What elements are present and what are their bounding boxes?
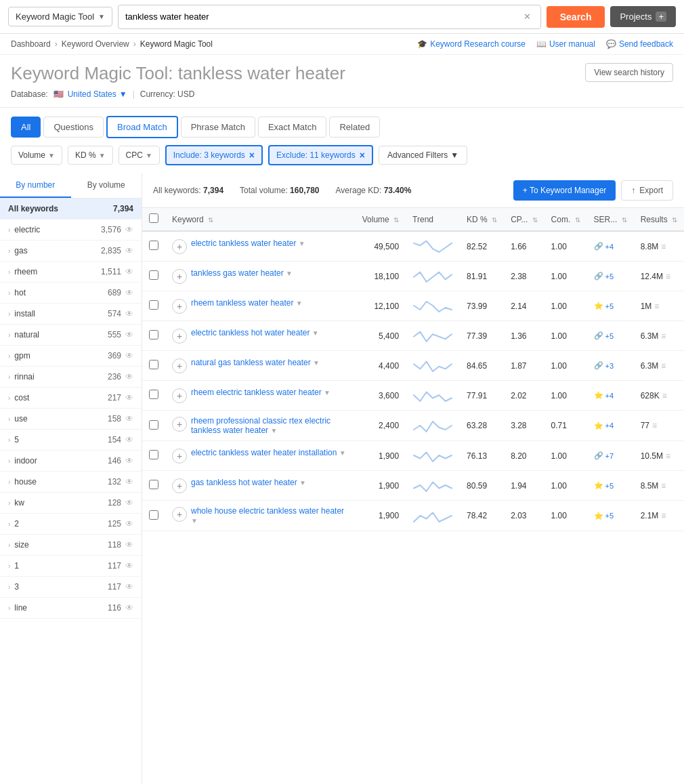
tab-all[interactable]: All [11,117,41,138]
row-checkbox[interactable] [149,480,158,489]
sidebar-item[interactable]: › rinnai 236 👁 [0,367,142,388]
eye-icon[interactable]: 👁 [125,225,133,234]
results-detail-icon[interactable]: ≡ [661,481,666,491]
cpc-sort-icon[interactable]: ⇅ [532,216,538,224]
tab-phrase-match[interactable]: Phrase Match [181,117,255,138]
keyword-link[interactable]: electric tankless hot water heater [191,328,309,337]
eye-icon[interactable]: 👁 [125,498,133,508]
ser-sort-icon[interactable]: ⇅ [622,216,627,224]
row-checkbox[interactable] [149,360,158,369]
export-button[interactable]: ↑ Export [621,180,673,201]
kd-sort-icon[interactable]: ⇅ [492,216,497,224]
keyword-research-course-link[interactable]: 🎓 Keyword Research course [417,39,526,49]
row-checkbox[interactable] [149,241,158,250]
results-detail-icon[interactable]: ≡ [666,272,670,281]
add-keyword-button[interactable]: + [172,478,187,493]
sidebar-item[interactable]: › hot 689 👁 [0,283,142,304]
search-input[interactable] [125,12,523,22]
add-keyword-button[interactable]: + [172,507,187,522]
add-keyword-button[interactable]: + [172,417,187,432]
sidebar-item[interactable]: › 5 154 👁 [0,430,142,451]
keyword-dropdown-icon[interactable]: ▼ [324,389,330,396]
keyword-dropdown-icon[interactable]: ▼ [270,427,277,434]
keyword-link[interactable]: whole house electric tankless water heat… [191,506,344,516]
eye-icon[interactable]: 👁 [125,288,133,297]
search-button[interactable]: Search [547,6,605,28]
add-keyword-button[interactable]: + [172,449,187,463]
eye-icon[interactable]: 👁 [125,351,133,360]
sidebar-item[interactable]: › 1 117 👁 [0,556,142,577]
tab-related[interactable]: Related [329,117,380,138]
keyword-link[interactable]: rheem professional classic rtex electric… [191,416,330,435]
add-keyword-button[interactable]: + [172,388,187,403]
clear-icon[interactable]: ✕ [523,12,531,22]
view-search-history-button[interactable]: View search history [585,63,673,82]
keyword-link[interactable]: natural gas tankless water heater [191,358,311,367]
sidebar-item[interactable]: › use 158 👁 [0,409,142,430]
database-country-link[interactable]: 🇺🇸 United States ▼ [54,89,127,99]
row-checkbox[interactable] [149,330,158,339]
add-keyword-button[interactable]: + [172,239,187,254]
eye-icon[interactable]: 👁 [125,414,133,424]
row-checkbox[interactable] [149,450,158,459]
com-sort-icon[interactable]: ⇅ [575,216,580,224]
keyword-dropdown-icon[interactable]: ▼ [313,359,320,367]
sidebar-tab-by-volume[interactable]: By volume [71,173,142,198]
include-keywords-tag[interactable]: Include: 3 keywords × [165,145,263,165]
results-detail-icon[interactable]: ≡ [662,391,667,400]
results-detail-icon[interactable]: ≡ [661,242,666,251]
eye-icon[interactable]: 👁 [125,519,133,529]
row-checkbox[interactable] [149,300,158,310]
eye-icon[interactable]: 👁 [125,267,133,276]
row-checkbox[interactable] [149,420,158,430]
row-checkbox[interactable] [149,270,158,280]
volume-sort-icon[interactable]: ⇅ [393,216,399,224]
sidebar-item[interactable]: › gpm 369 👁 [0,346,142,367]
row-checkbox[interactable] [149,510,158,520]
keyword-dropdown-icon[interactable]: ▼ [286,270,293,277]
add-to-keyword-manager-button[interactable]: + To Keyword Manager [513,180,616,201]
keyword-sort-icon[interactable]: ⇅ [208,216,213,224]
sidebar-item[interactable]: › natural 555 👁 [0,325,142,346]
breadcrumb-dashboard[interactable]: Dashboard [11,39,51,49]
eye-icon[interactable]: 👁 [125,603,133,613]
keyword-dropdown-icon[interactable]: ▼ [299,240,305,247]
keyword-link[interactable]: electric tankless water heater [191,239,296,248]
exclude-keywords-tag[interactable]: Exclude: 11 keywords × [268,145,373,165]
sidebar-item[interactable]: › cost 217 👁 [0,388,142,409]
add-keyword-button[interactable]: + [172,358,187,373]
results-detail-icon[interactable]: ≡ [661,511,666,520]
eye-icon[interactable]: 👁 [125,561,133,571]
volume-filter[interactable]: Volume ▼ [11,146,62,165]
eye-icon[interactable]: 👁 [125,435,133,445]
sidebar-item[interactable]: › electric 3,576 👁 [0,220,142,241]
sidebar-item[interactable]: › rheem 1,511 👁 [0,262,142,283]
add-keyword-button[interactable]: + [172,299,187,314]
advanced-filters-button[interactable]: Advanced Filters ▼ [379,146,467,165]
tab-questions[interactable]: Questions [43,117,104,138]
eye-icon[interactable]: 👁 [125,393,133,403]
cpc-filter[interactable]: CPC ▼ [119,146,160,165]
results-detail-icon[interactable]: ≡ [654,302,659,311]
sidebar-tab-by-number[interactable]: By number [0,173,71,198]
exclude-keywords-clear-icon[interactable]: × [360,150,365,161]
kd-filter[interactable]: KD % ▼ [68,146,113,165]
eye-icon[interactable]: 👁 [125,582,133,592]
keyword-dropdown-icon[interactable]: ▼ [312,329,319,337]
eye-icon[interactable]: 👁 [125,309,133,318]
keyword-dropdown-icon[interactable]: ▼ [191,517,198,524]
add-keyword-button[interactable]: + [172,269,187,284]
keyword-dropdown-icon[interactable]: ▼ [339,449,346,457]
eye-icon[interactable]: 👁 [125,246,133,255]
projects-button[interactable]: Projects + [610,6,676,27]
sidebar-item[interactable]: › 3 117 👁 [0,577,142,598]
select-all-checkbox[interactable] [149,213,158,223]
eye-icon[interactable]: 👁 [125,477,133,487]
sidebar-all-keywords[interactable]: All keywords 7,394 [0,199,142,220]
keyword-link[interactable]: rheem tankless water heater [191,298,293,308]
eye-icon[interactable]: 👁 [125,540,133,550]
row-checkbox[interactable] [149,390,158,399]
sidebar-item[interactable]: › gas 2,835 👁 [0,241,142,262]
sidebar-item[interactable]: › kw 128 👁 [0,493,142,514]
keyword-link[interactable]: tankless gas water heater [191,268,284,278]
